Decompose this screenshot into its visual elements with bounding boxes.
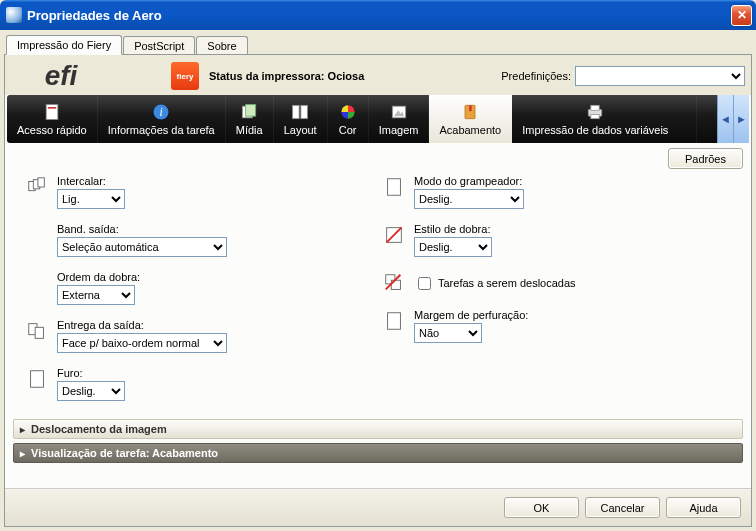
ok-button[interactable]: OK <box>504 497 579 518</box>
tab-postscript[interactable]: PostScript <box>123 36 195 55</box>
layout-icon <box>290 102 310 122</box>
svg-rect-14 <box>591 105 599 110</box>
toolbar-label: Imagem <box>379 124 419 136</box>
toolbar-quick-access[interactable]: Acesso rápido <box>7 95 98 143</box>
stapler-icon <box>382 175 406 199</box>
svg-rect-28 <box>388 313 401 330</box>
tab-label: Impressão do Fiery <box>17 39 111 51</box>
fold-style-label: Estilo de dobra: <box>414 223 492 235</box>
fold-order-label: Ordem da dobra: <box>57 271 140 283</box>
toolbar-finishing[interactable]: Acabamento <box>429 95 512 143</box>
printer-icon <box>585 102 605 122</box>
output-tray-select[interactable]: Seleção automática <box>57 237 227 257</box>
button-label: Ajuda <box>689 502 717 514</box>
presets-select[interactable] <box>575 66 745 86</box>
finishing-form: Intercalar: Lig. Band. saída: Seleção au… <box>5 169 751 415</box>
button-label: OK <box>534 502 550 514</box>
svg-rect-0 <box>46 105 58 120</box>
fold-order-select[interactable]: Externa <box>57 285 135 305</box>
punch-margin-select[interactable]: Não <box>414 323 482 343</box>
close-icon: ✕ <box>737 8 747 22</box>
delivery-select[interactable]: Face p/ baixo-ordem normal <box>57 333 227 353</box>
punch-margin-label: Margem de perfuração: <box>414 309 528 321</box>
collapse-label: Visualização de tarefa: Acabamento <box>31 447 218 459</box>
tab-label: PostScript <box>134 40 184 52</box>
svg-rect-15 <box>591 115 599 119</box>
offset-jobs-checkbox-wrap[interactable]: Tarefas a serem deslocadas <box>414 274 576 293</box>
toolbar-label: Mídia <box>236 124 263 136</box>
tab-label: Sobre <box>207 40 236 52</box>
stapler-select[interactable]: Deslig. <box>414 189 524 209</box>
chevron-right-icon: ▸ <box>20 448 25 459</box>
tab-content: efi fiery Status da impressora: Ociosa P… <box>4 54 752 527</box>
svg-rect-1 <box>48 107 56 109</box>
toolbar-layout[interactable]: Layout <box>274 95 328 143</box>
efi-logo: efi <box>11 59 111 93</box>
toolbar-label: Acesso rápido <box>17 124 87 136</box>
fiery-logo-text: fiery <box>177 72 194 81</box>
category-toolbar: Acesso rápido i Informações da tarefa Mí… <box>7 95 749 143</box>
svg-rect-22 <box>388 179 401 196</box>
toolbar-label: Layout <box>284 124 317 136</box>
toolbar-scroll-left[interactable]: ◄ <box>717 95 733 143</box>
info-icon: i <box>151 102 171 122</box>
printer-status: Status da impressora: Ociosa <box>209 70 364 82</box>
cancel-button[interactable]: Cancelar <box>585 497 660 518</box>
help-button[interactable]: Ajuda <box>666 497 741 518</box>
punch-margin-icon <box>382 309 406 333</box>
window-title: Propriedades de Aero <box>27 8 162 23</box>
image-shift-bar[interactable]: ▸ Deslocamento da imagem <box>13 419 743 439</box>
toolbar-label: Informações da tarefa <box>108 124 215 136</box>
toolbar-label: Acabamento <box>439 124 501 136</box>
chevron-right-icon: ▸ <box>20 424 25 435</box>
svg-rect-7 <box>301 105 308 118</box>
toolbar-color[interactable]: Cor <box>328 95 369 143</box>
svg-rect-12 <box>469 105 472 111</box>
color-wheel-icon <box>338 102 358 122</box>
app-icon <box>6 7 22 23</box>
collate-select[interactable]: Lig. <box>57 189 125 209</box>
book-icon <box>460 102 480 122</box>
toolbar-image[interactable]: Imagem <box>369 95 430 143</box>
toolbar-vdp[interactable]: Impressão de dados variáveis <box>512 95 697 143</box>
media-icon <box>239 102 259 122</box>
output-tray-label: Band. saída: <box>57 223 227 235</box>
fiery-logo: fiery <box>171 62 199 90</box>
tab-fiery-print[interactable]: Impressão do Fiery <box>6 35 122 55</box>
offset-jobs-label: Tarefas a serem deslocadas <box>438 277 576 289</box>
svg-rect-21 <box>31 371 44 388</box>
offset-icon <box>382 271 406 295</box>
job-preview-bar[interactable]: ▸ Visualização de tarefa: Acabamento <box>13 443 743 463</box>
punch-label: Furo: <box>57 367 125 379</box>
svg-rect-18 <box>38 178 44 187</box>
punch-select[interactable]: Deslig. <box>57 381 125 401</box>
dialog-footer: OK Cancelar Ajuda <box>5 488 751 526</box>
button-label: Padrões <box>685 153 726 165</box>
svg-text:i: i <box>160 106 163 119</box>
offset-jobs-checkbox[interactable] <box>418 277 431 290</box>
delivery-icon <box>25 319 49 343</box>
svg-rect-5 <box>246 105 256 117</box>
close-button[interactable]: ✕ <box>731 5 752 26</box>
title-bar: Propriedades de Aero ✕ <box>0 0 756 30</box>
toolbar-media[interactable]: Mídia <box>226 95 274 143</box>
defaults-button[interactable]: Padrões <box>668 148 743 169</box>
collate-icon <box>25 175 49 199</box>
fold-style-icon <box>382 223 406 247</box>
document-icon <box>42 102 62 122</box>
svg-rect-20 <box>35 327 43 338</box>
toolbar-label: Cor <box>339 124 357 136</box>
toolbar-job-info[interactable]: i Informações da tarefa <box>98 95 226 143</box>
tab-strip: Impressão do Fiery PostScript Sobre <box>4 33 752 54</box>
toolbar-scroll-right[interactable]: ► <box>733 95 749 143</box>
svg-rect-6 <box>293 105 300 118</box>
button-label: Cancelar <box>600 502 644 514</box>
stapler-label: Modo do grampeador: <box>414 175 524 187</box>
presets-label: Predefinições: <box>501 70 571 82</box>
delivery-label: Entrega da saída: <box>57 319 227 331</box>
punch-icon <box>25 367 49 391</box>
fold-style-select[interactable]: Deslig. <box>414 237 492 257</box>
collapse-label: Deslocamento da imagem <box>31 423 167 435</box>
collate-label: Intercalar: <box>57 175 125 187</box>
tab-about[interactable]: Sobre <box>196 36 247 55</box>
